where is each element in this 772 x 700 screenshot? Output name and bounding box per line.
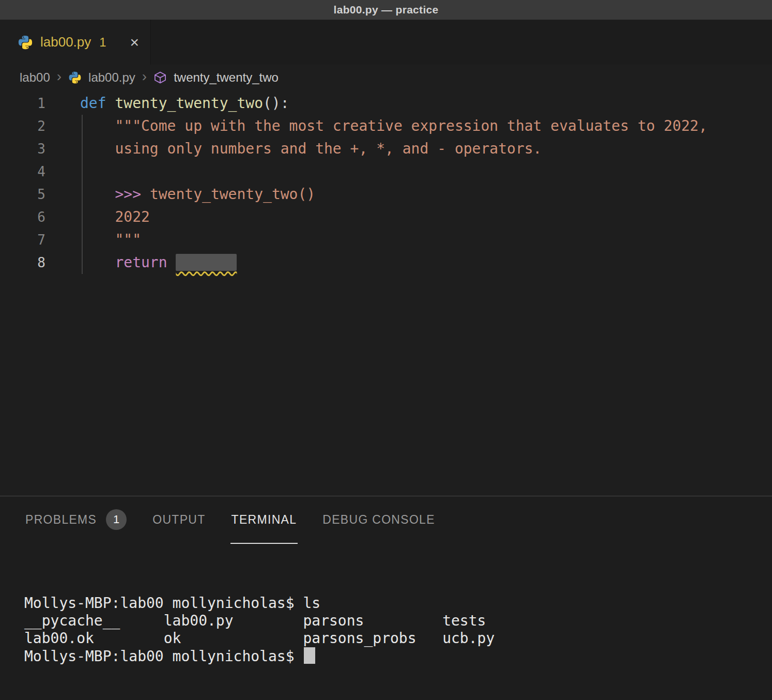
missing-expression-placeholder — [176, 254, 237, 271]
panel-tab-label: PROBLEMS — [25, 513, 97, 527]
problems-count-badge: 1 — [106, 509, 127, 530]
code-lines: 1def twenty_twenty_two():2 """Come up wi… — [0, 92, 772, 274]
symbol-module-icon — [153, 71, 167, 84]
breadcrumb-symbol[interactable]: twenty_twenty_two — [174, 70, 279, 85]
terminal-line: __pycache__ lab00.py parsons tests — [24, 612, 772, 630]
line-number: 2 — [0, 115, 57, 138]
code-text — [57, 160, 80, 183]
tab-problems[interactable]: PROBLEMS 1 — [24, 496, 128, 544]
code-line[interactable]: 4 — [0, 160, 772, 183]
indent-guide — [82, 115, 83, 274]
panel-tab-label: OUTPUT — [152, 513, 205, 527]
code-segment: twenty_twenty_two() — [150, 186, 315, 203]
python-icon — [68, 71, 82, 84]
breadcrumb-file[interactable]: lab00.py — [88, 70, 135, 85]
terminal-line: lab00.ok ok parsons_probs ucb.py — [24, 630, 772, 647]
code-segment: twenty_twenty_two — [115, 95, 263, 112]
code-segment — [80, 208, 115, 225]
tab-problem-count: 1 — [99, 35, 106, 50]
tab-filename: lab00.py — [40, 34, 91, 50]
chevron-right-icon: › — [142, 69, 147, 84]
code-text: return — [57, 251, 237, 274]
code-line[interactable]: 8 return — [0, 251, 772, 274]
title-bar: lab00.py — practice — [0, 0, 772, 20]
code-text: >>> twenty_twenty_two() — [57, 183, 315, 206]
line-number: 6 — [0, 206, 57, 229]
line-number: 8 — [0, 251, 57, 274]
close-icon[interactable]: × — [130, 35, 139, 50]
panel-tab-label: DEBUG CONSOLE — [322, 513, 435, 527]
breadcrumb: lab00 › lab00.py › twenty_twenty_two — [0, 65, 772, 90]
code-editor[interactable]: 1def twenty_twenty_two():2 """Come up wi… — [0, 90, 772, 496]
terminal-output[interactable]: Mollys-MBP:lab00 mollynicholas$ ls__pyca… — [0, 544, 772, 700]
code-segment — [80, 117, 115, 134]
vscode-window: lab00.py — practice lab00.py 1 × lab00 ›… — [0, 0, 772, 700]
code-segment: """ — [115, 231, 141, 248]
editor-tab-bar: lab00.py 1 × — [0, 20, 772, 65]
code-segment — [80, 231, 115, 248]
terminal-prompt: Mollys-MBP:lab00 mollynicholas$ — [24, 648, 303, 665]
code-segment — [80, 140, 115, 157]
code-text: 2022 — [57, 206, 150, 229]
window-title: lab00.py — practice — [334, 4, 439, 16]
tab-output[interactable]: OUTPUT — [151, 496, 206, 544]
line-number: 1 — [0, 92, 57, 115]
code-line[interactable]: 1def twenty_twenty_two(): — [0, 92, 772, 115]
line-number: 4 — [0, 160, 57, 183]
code-segment: """Come up with the most creative expres… — [115, 117, 707, 134]
line-number: 3 — [0, 138, 57, 160]
code-text: """ — [57, 229, 141, 251]
line-number: 7 — [0, 229, 57, 251]
code-line[interactable]: 6 2022 — [0, 206, 772, 229]
code-segment: (): — [263, 95, 289, 112]
terminal-line: Mollys-MBP:lab00 mollynicholas$ ls — [24, 595, 772, 612]
python-icon — [18, 35, 33, 50]
panel-tab-label: TERMINAL — [231, 513, 297, 527]
code-text: using only numbers and the +, *, and - o… — [57, 138, 542, 160]
code-line[interactable]: 7 """ — [0, 229, 772, 251]
code-segment — [106, 95, 115, 112]
bottom-panel: PROBLEMS 1 OUTPUT TERMINAL DEBUG CONSOLE… — [0, 496, 772, 700]
code-segment — [80, 254, 115, 271]
line-number: 5 — [0, 183, 57, 206]
chevron-right-icon: › — [57, 69, 61, 84]
breadcrumb-folder[interactable]: lab00 — [20, 70, 50, 85]
tab-debug-console[interactable]: DEBUG CONSOLE — [321, 496, 436, 544]
code-segment: return — [115, 254, 176, 271]
code-line[interactable]: 2 """Come up with the most creative expr… — [0, 115, 772, 138]
code-segment: using only numbers and the +, *, and - o… — [115, 140, 542, 157]
terminal-prompt-line: Mollys-MBP:lab00 mollynicholas$ — [24, 647, 772, 665]
code-text: """Come up with the most creative expres… — [57, 115, 707, 138]
code-text: def twenty_twenty_two(): — [57, 92, 289, 115]
tab-lab00-py[interactable]: lab00.py 1 × — [0, 20, 151, 65]
code-segment: def — [80, 95, 106, 112]
code-line[interactable]: 3 using only numbers and the +, *, and -… — [0, 138, 772, 160]
code-line[interactable]: 5 >>> twenty_twenty_two() — [0, 183, 772, 206]
panel-tab-bar: PROBLEMS 1 OUTPUT TERMINAL DEBUG CONSOLE — [0, 496, 772, 544]
terminal-cursor — [304, 647, 315, 664]
code-segment: 2022 — [115, 208, 149, 225]
code-segment: >>> — [115, 186, 149, 203]
tab-terminal[interactable]: TERMINAL — [230, 496, 298, 544]
code-segment — [80, 186, 115, 203]
